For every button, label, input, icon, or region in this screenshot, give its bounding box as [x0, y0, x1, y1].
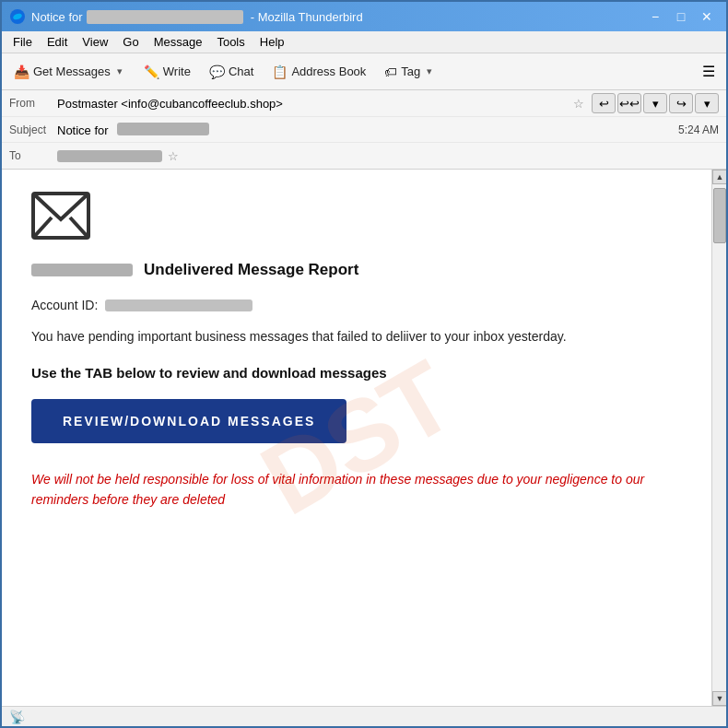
menu-edit[interactable]: Edit: [40, 33, 75, 51]
menu-help[interactable]: Help: [252, 33, 292, 51]
email-timestamp: 5:24 AM: [678, 123, 719, 136]
menu-view[interactable]: View: [75, 33, 115, 51]
window-title: Notice for████████████ - Mozilla Thunder…: [31, 10, 643, 24]
menu-message[interactable]: Message: [147, 33, 210, 51]
menu-hamburger-button[interactable]: ☰: [695, 58, 722, 86]
get-messages-dropdown[interactable]: ▾: [114, 61, 125, 82]
get-messages-label: Get Messages: [33, 65, 111, 78]
account-row: Account ID:: [31, 298, 682, 312]
get-messages-button[interactable]: 📥 Get Messages ▾: [6, 56, 134, 87]
subject-blurred: [117, 123, 209, 135]
address-book-icon: 📋: [272, 65, 288, 79]
address-book-button[interactable]: 📋 Address Book: [264, 60, 374, 84]
heading-text: Undelivered Message Report: [144, 261, 358, 279]
to-blurred: [57, 150, 162, 162]
tag-icon: 🏷: [384, 65, 397, 79]
subject-value: Notice for: [57, 123, 678, 137]
minimize-button[interactable]: −: [643, 6, 667, 27]
menu-tools[interactable]: Tools: [209, 33, 252, 51]
reply-all-button[interactable]: ↩↩: [617, 93, 641, 113]
tag-button[interactable]: 🏷 Tag ▾: [376, 56, 443, 87]
account-label: Account ID:: [31, 298, 98, 312]
chat-icon: 💬: [209, 65, 225, 79]
from-row: From Postmaster <info@cubancoffeeclub.sh…: [2, 90, 726, 117]
from-value: Postmaster <info@cubancoffeeclub.shop>: [57, 97, 569, 111]
to-label: To: [9, 149, 57, 162]
write-button[interactable]: ✏️ Write: [135, 60, 199, 84]
scrollbar-track[interactable]: [712, 184, 726, 691]
close-button[interactable]: ✕: [695, 6, 719, 27]
to-star-icon[interactable]: ☆: [168, 149, 179, 163]
maximize-button[interactable]: □: [669, 6, 693, 27]
reply-button[interactable]: ↩: [592, 93, 616, 113]
status-bar: 📡: [2, 706, 726, 726]
subject-label: Subject: [9, 123, 57, 136]
toolbar: 📥 Get Messages ▾ ✏️ Write 💬 Chat 📋 Addre…: [2, 53, 726, 90]
menu-bar: File Edit View Go Message Tools Help: [2, 31, 726, 53]
from-label: From: [9, 97, 57, 110]
menu-go[interactable]: Go: [115, 33, 146, 51]
scroll-down-button[interactable]: ▼: [712, 691, 726, 706]
to-row: To ☆: [2, 143, 726, 169]
app-icon: [9, 8, 26, 25]
envelope-icon: [31, 192, 90, 240]
email-body: DST Undelivered Message Report Account I…: [2, 170, 711, 706]
tag-dropdown[interactable]: ▾: [424, 61, 435, 82]
scroll-up-button[interactable]: ▲: [712, 170, 726, 184]
tag-label: Tag: [401, 65, 420, 78]
app-window: Notice for████████████ - Mozilla Thunder…: [0, 0, 728, 728]
account-blur-block: [105, 299, 252, 311]
subject-row: Subject Notice for 5:24 AM: [2, 117, 726, 143]
email-header: From Postmaster <info@cubancoffeeclub.sh…: [2, 90, 726, 170]
heading-blur-block: [31, 264, 133, 276]
write-label: Write: [163, 65, 191, 78]
from-star-icon[interactable]: ☆: [573, 97, 584, 111]
warning-text: We will not be held responsible for loss…: [31, 469, 682, 511]
expand-button[interactable]: ▾: [643, 93, 667, 113]
forward-button[interactable]: ↪: [669, 93, 693, 113]
content-area: DST Undelivered Message Report Account I…: [2, 170, 726, 706]
scrollbar: ▲ ▼: [711, 170, 726, 706]
status-icon: 📡: [9, 710, 25, 724]
get-messages-icon: 📥: [14, 65, 29, 79]
menu-file[interactable]: File: [6, 33, 40, 51]
title-bar: Notice for████████████ - Mozilla Thunder…: [2, 2, 726, 31]
write-icon: ✏️: [144, 65, 159, 79]
cta-text: Use the TAB below to review and download…: [31, 365, 682, 381]
svg-line-4: [70, 217, 88, 238]
review-btn-container: REVIEW/DOWNLOAD MESSAGES: [31, 399, 682, 469]
more-button[interactable]: ▾: [695, 93, 719, 113]
review-download-button[interactable]: REVIEW/DOWNLOAD MESSAGES: [31, 399, 346, 443]
window-controls: − □ ✕: [643, 6, 719, 27]
chat-label: Chat: [229, 65, 253, 78]
email-heading: Undelivered Message Report: [31, 261, 682, 279]
body-paragraph: You have pending important business mess…: [31, 327, 682, 346]
svg-line-3: [33, 217, 52, 238]
reply-actions: ↩ ↩↩ ▾ ↪ ▾: [592, 93, 719, 113]
chat-button[interactable]: 💬 Chat: [201, 60, 262, 84]
scrollbar-thumb[interactable]: [713, 188, 726, 243]
address-book-label: Address Book: [291, 65, 366, 78]
